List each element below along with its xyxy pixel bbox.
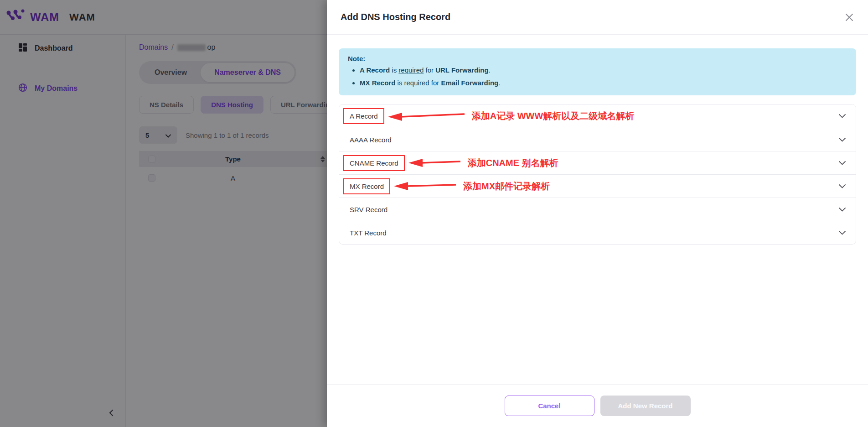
red-arrow-icon — [387, 111, 465, 121]
aaaa-record-label: AAAA Record — [350, 136, 392, 144]
accordion-row-a-record[interactable]: A Record 添加A记录 WWW解析以及二级域名解析 — [339, 104, 856, 128]
accordion-row-aaaa-record[interactable]: AAAA Record — [339, 128, 856, 151]
cname-record-label: CNAME Record — [343, 155, 405, 171]
accordion-row-mx-record[interactable]: MX Record 添加MX邮件记录解析 — [339, 174, 856, 198]
a-record-label: A Record — [343, 108, 384, 124]
close-icon[interactable] — [844, 12, 854, 22]
chevron-down-icon — [839, 208, 846, 212]
chevron-down-icon — [839, 161, 846, 165]
record-type-accordion: A Record 添加A记录 WWW解析以及二级域名解析 AAAA Record… — [339, 104, 856, 245]
srv-record-label: SRV Record — [350, 206, 388, 214]
chevron-down-icon — [839, 138, 846, 142]
cancel-button[interactable]: Cancel — [505, 396, 594, 416]
note-heading: Note: — [348, 55, 847, 62]
add-new-record-button[interactable]: Add New Record — [600, 396, 691, 416]
chevron-down-icon — [839, 231, 846, 235]
accordion-row-srv-record[interactable]: SRV Record — [339, 198, 856, 221]
annotation-mx-record: 添加MX邮件记录解析 — [463, 180, 550, 193]
note-box: Note: A Record is required for URL Forwa… — [339, 48, 856, 95]
add-dns-record-modal: Add DNS Hosting Record Note: A Record is… — [327, 0, 868, 427]
modal-body: Note: A Record is required for URL Forwa… — [327, 35, 868, 245]
accordion-row-cname-record[interactable]: CNAME Record 添加CNAME 别名解析 — [339, 151, 856, 174]
mx-record-label: MX Record — [343, 178, 390, 194]
note-bullet-mx-record: MX Record is required for Email Forwardi… — [360, 78, 847, 89]
annotation-cname-record: 添加CNAME 别名解析 — [468, 157, 558, 169]
red-arrow-icon — [393, 181, 457, 191]
modal-title: Add DNS Hosting Record — [341, 12, 450, 22]
chevron-down-icon — [839, 184, 846, 188]
modal-footer: Cancel Add New Record — [327, 384, 868, 427]
note-bullet-a-record: A Record is required for URL Forwarding. — [360, 65, 847, 76]
chevron-down-icon — [839, 114, 846, 118]
modal-header: Add DNS Hosting Record — [327, 0, 868, 35]
red-arrow-icon — [408, 158, 461, 168]
txt-record-label: TXT Record — [350, 229, 387, 237]
annotation-a-record: 添加A记录 WWW解析以及二级域名解析 — [472, 110, 635, 122]
accordion-row-txt-record[interactable]: TXT Record — [339, 221, 856, 244]
